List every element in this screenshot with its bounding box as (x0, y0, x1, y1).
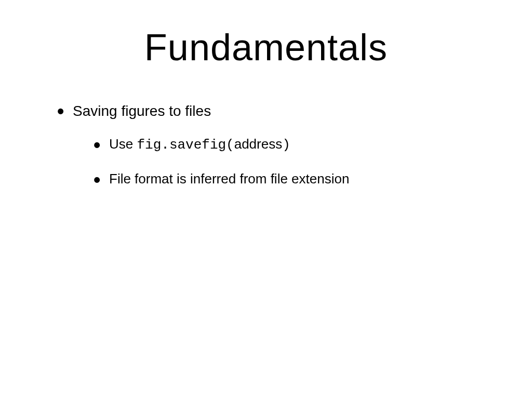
slide: Fundamentals Saving figures to files Use… (0, 0, 532, 399)
bullet-list: Saving figures to files Use fig.savefig(… (31, 100, 501, 190)
bullet-text: Saving figures to files (73, 103, 211, 119)
sub-bullet-text: File format is inferred from file extens… (109, 171, 349, 187)
sub-bullet-item: Use fig.savefig(address) (94, 134, 501, 156)
sub-bullet-item: File format is inferred from file extens… (94, 168, 501, 190)
bullet-item: Saving figures to files Use fig.savefig(… (57, 100, 501, 190)
code-text-close: ) (282, 137, 290, 153)
sub-bullet-text-prefix: Use (109, 136, 137, 152)
slide-title: Fundamentals (31, 26, 501, 69)
code-arg: address (234, 136, 283, 152)
sub-bullet-list: Use fig.savefig(address) File format is … (73, 134, 501, 190)
code-text: fig.savefig( (137, 137, 234, 153)
